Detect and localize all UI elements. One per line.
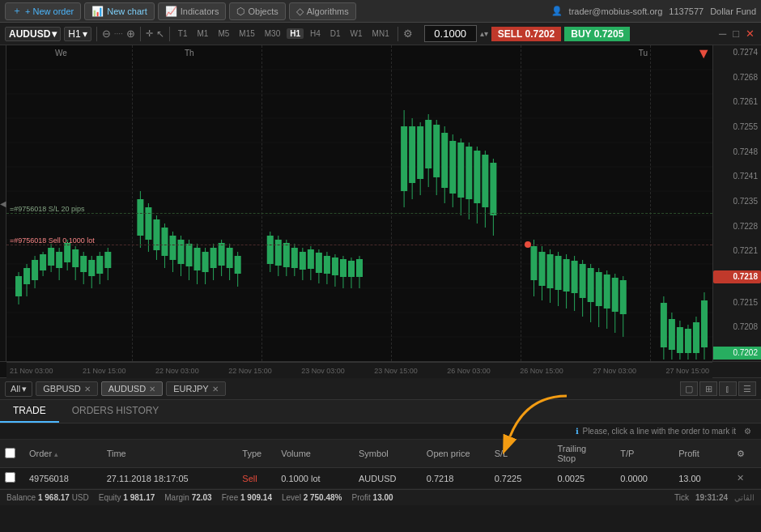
crosshair-icon[interactable]: ✛ [146, 28, 153, 39]
buy-button[interactable]: BUY 0.7205 [564, 27, 630, 41]
trade-table: Order ▴ Time Type Volume Symbol Open pri… [0, 440, 761, 489]
tab-orders-history[interactable]: ORDERS HISTORY [59, 400, 172, 423]
tf-m5[interactable]: M5 [215, 28, 232, 39]
tf-t1[interactable]: T1 [175, 28, 191, 39]
new-chart-button[interactable]: 📊 New chart [84, 2, 155, 20]
maximize-icon[interactable]: □ [731, 28, 741, 40]
new-order-label: + New order [25, 6, 74, 16]
settings-icon[interactable]: ⚙ [403, 28, 413, 40]
all-label: All [11, 384, 20, 394]
close-audusd-icon[interactable]: ✕ [149, 385, 155, 394]
chart-canvas-area[interactable]: We Th Tu =#9756018 S/L 20 pips =#9756018… [6, 45, 712, 361]
table-header-row: Order ▴ Time Type Volume Symbol Open pri… [0, 440, 761, 468]
tab-eurjpy[interactable]: EURJPY ✕ [166, 381, 225, 396]
timeframe-select[interactable]: H1 ▾ [64, 27, 91, 41]
order-price-line [6, 245, 712, 245]
close-window-icon[interactable]: ✕ [744, 28, 756, 40]
free-label: Free [222, 493, 239, 502]
tf-m30[interactable]: M30 [261, 28, 283, 39]
tf-d1[interactable]: D1 [327, 28, 344, 39]
order-type-cell: Sell [237, 468, 276, 489]
tf-m1[interactable]: M1 [193, 28, 211, 39]
lot-stepper-icon[interactable]: ▴▾ [480, 29, 488, 38]
margin-value: 72.03 [192, 493, 212, 502]
tab-trade[interactable]: TRADE [0, 400, 59, 423]
indicators-button[interactable]: 📈 Indicators [158, 2, 227, 20]
svg-rect-115 [547, 254, 554, 288]
row-checkbox[interactable] [5, 472, 15, 483]
col-sl-header[interactable]: S/L [490, 440, 553, 468]
red-arrow-indicator: ▼ [696, 45, 711, 62]
order-trailing-cell: 0.0025 [552, 468, 615, 489]
col-time-header[interactable]: Time [102, 440, 238, 468]
tf-w1[interactable]: W1 [347, 28, 366, 39]
gear-icon[interactable]: ⚙ [744, 427, 751, 436]
col-symbol-header[interactable]: Symbol [354, 440, 422, 468]
tf-h1[interactable]: H1 [287, 28, 304, 39]
all-dropdown[interactable]: All ▾ [5, 381, 32, 397]
tf-m15[interactable]: M15 [236, 28, 257, 39]
tf-mn1[interactable]: MN1 [369, 28, 393, 39]
profit-label: Profit [351, 493, 370, 502]
separator-4 [398, 27, 398, 41]
price-0.7274: 0.7274 [713, 47, 761, 58]
symbol-select[interactable]: AUDUSD ▾ [5, 27, 61, 41]
svg-rect-109 [490, 163, 496, 215]
settings-gear-icon[interactable]: ⚙ [737, 449, 745, 458]
lot-input[interactable]: 0.1000 [424, 25, 477, 42]
trade-panel-inner: TRADE ORDERS HISTORY ℹ Please, click a l… [0, 400, 761, 489]
view-grid-icon[interactable]: ⊞ [699, 381, 717, 396]
order-volume-cell: 0.1000 lot [276, 468, 354, 489]
new-order-button[interactable]: ＋ + New order [5, 2, 81, 20]
svg-rect-133 [620, 280, 627, 314]
col-tp-header[interactable]: T/P [615, 440, 674, 468]
trade-panel: TRADE ORDERS HISTORY ℹ Please, click a l… [0, 400, 761, 489]
view-single-icon[interactable]: ▢ [680, 381, 698, 396]
col-order-header[interactable]: Order ▴ [24, 440, 102, 468]
svg-rect-67 [283, 243, 290, 267]
price-0.7241: 0.7241 [713, 171, 761, 182]
symbol-dropdown-icon: ▾ [52, 28, 57, 40]
svg-rect-15 [23, 268, 30, 284]
view-cols-icon[interactable]: ⫿ [719, 381, 737, 396]
algorithms-button[interactable]: ◇ Algorithms [289, 2, 356, 20]
col-profit-header[interactable]: Profit [674, 440, 732, 468]
balance-value: 1 968.17 [38, 493, 70, 502]
zoom-in-icon[interactable]: ⊕ [126, 28, 135, 40]
svg-rect-137 [669, 319, 675, 350]
level-item: Level 2 750.48% [282, 493, 342, 502]
free-value: 1 909.14 [240, 493, 272, 502]
toolbar-right: 👤 trader@mobius-soft.org 1137577 Dollar … [551, 6, 756, 16]
tab-audusd[interactable]: AUDUSD ✕ [101, 381, 163, 396]
select-all-checkbox[interactable] [5, 448, 15, 458]
col-trailingstop-header[interactable]: TrailingStop [552, 440, 615, 468]
order-close-button[interactable]: ✕ [737, 473, 744, 483]
chart-left-axis[interactable]: ◀ [0, 45, 6, 361]
svg-rect-139 [677, 327, 683, 353]
svg-rect-141 [685, 329, 691, 353]
tab-gbpusd[interactable]: GBPUSD ✕ [36, 381, 97, 396]
view-rows-icon[interactable]: ☰ [738, 381, 756, 396]
col-openprice-header[interactable]: Open price [422, 440, 490, 468]
time-label-4: 22 Nov 15:00 [228, 367, 272, 375]
cursor-icon[interactable]: ↖ [156, 28, 164, 40]
minimize-icon[interactable]: ─ [717, 28, 728, 40]
col-volume-header[interactable]: Volume [276, 440, 354, 468]
time-label-8: 26 Nov 15:00 [520, 367, 563, 375]
balance-label: Balance [6, 493, 36, 502]
table-row[interactable]: 49756018 27.11.2018 18:17:05 Sell 0.1000… [0, 468, 761, 489]
tf-h4[interactable]: H4 [307, 28, 324, 39]
svg-rect-27 [72, 249, 79, 267]
sell-button[interactable]: SELL 0.7202 [491, 27, 562, 41]
svg-rect-107 [482, 155, 488, 207]
close-eurjpy-icon[interactable]: ✕ [212, 385, 219, 394]
equity-label: Equity [99, 493, 121, 502]
user-icon: 👤 [551, 6, 563, 16]
tab-audusd-label: AUDUSD [108, 384, 146, 394]
col-type-header[interactable]: Type [237, 440, 276, 468]
svg-rect-13 [15, 276, 22, 296]
order-symbol-cell: AUDUSD [354, 468, 422, 489]
zoom-out-icon[interactable]: ⊖ [102, 28, 111, 40]
close-gbpusd-icon[interactable]: ✕ [84, 385, 91, 394]
objects-button[interactable]: ⬡ Objects [229, 2, 285, 20]
